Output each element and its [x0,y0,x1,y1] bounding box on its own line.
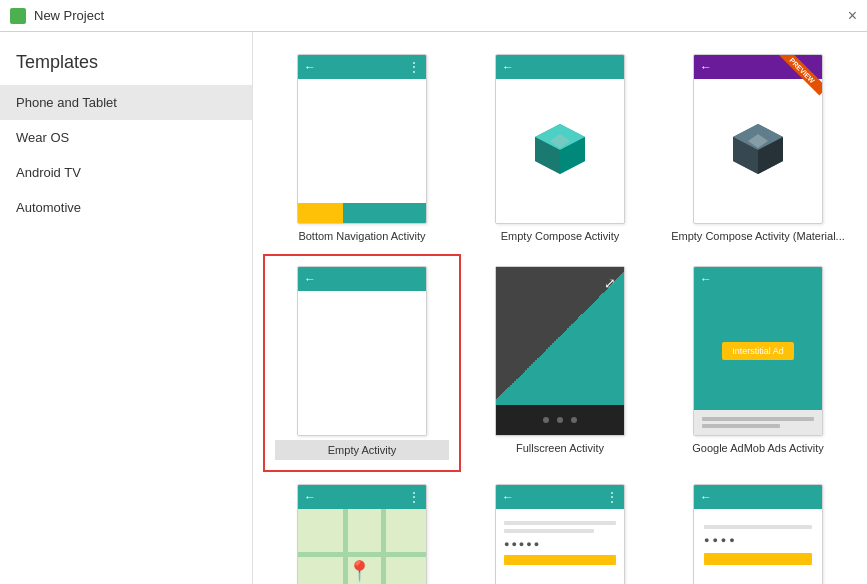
template-preview-fullscreen: ⤢ [495,266,625,436]
template-preview-admob: ← Interstitial Ad [693,266,823,436]
nav-dot-3 [571,417,577,423]
pay-body: ●●●●● [496,509,624,584]
template-name-empty-compose-material: Empty Compose Activity (Material... [671,230,845,242]
main-container: Templates Phone and Tablet Wear OS Andro… [0,32,867,584]
template-preview-empty-compose-material: ← PREVIEW [693,54,823,224]
template-card-maps[interactable]: ← ⋮ 📍 Google Maps Activ [263,472,461,584]
template-card-fullscreen[interactable]: ⤢ Fullscreen Activity [461,254,659,472]
fullscreen-body: ⤢ [496,267,624,405]
map-road-h1 [298,552,426,557]
back-arrow-login: ← [700,490,712,504]
login-password-dots: ●●●● [704,535,812,545]
template-preview-empty-activity: ← [297,266,427,436]
back-arrow-empty: ← [304,272,316,286]
back-arrow-compose: ← [502,60,514,74]
phone-top-bar-admob: ← [694,267,822,291]
window-title: New Project [34,8,104,23]
admob-bottom [694,410,822,435]
admob-line-1 [702,417,814,421]
empty-body [298,291,426,435]
pay-stars: ●●●●● [504,539,616,549]
back-arrow-pay: ← [502,490,514,504]
phone-top-bar-login: ← [694,485,822,509]
close-button[interactable]: × [848,7,857,25]
template-grid: ← ⋮ Bottom Navigation Activity ← [253,32,867,584]
interstitial-ad-banner: Interstitial Ad [722,342,794,360]
template-name-empty-activity: Empty Activity [275,440,449,460]
material-cube-icon [728,119,788,179]
login-body: ●●●● [694,509,822,584]
map-road-v2 [381,509,386,584]
more-icon-pay: ⋮ [606,490,618,504]
preview-ribbon: PREVIEW [772,55,822,105]
admob-line-2 [702,424,780,428]
pay-line-1 [504,521,616,525]
sidebar-header: Templates [0,32,252,85]
template-card-login[interactable]: ← ●●●● Login Activity [659,472,857,584]
app-icon [10,8,26,24]
sidebar-item-phone-tablet[interactable]: Phone and Tablet [0,85,252,120]
phone-top-bar: ← ⋮ [298,55,426,79]
sidebar-item-android-tv[interactable]: Android TV [0,155,252,190]
template-card-empty-compose[interactable]: ← Empty Compose Activity [461,42,659,254]
nav-dot-1 [543,417,549,423]
template-name-fullscreen: Fullscreen Activity [516,442,604,454]
compose-cube-icon [530,119,590,179]
fullscreen-nav-bar [496,405,624,435]
template-preview-empty-compose: ← [495,54,625,224]
phone-body [298,79,426,203]
expand-icon: ⤢ [604,275,616,291]
bottom-nav [298,203,426,223]
more-icon-maps: ⋮ [408,490,420,504]
back-arrow-admob: ← [700,272,712,286]
template-preview-pay: ← ⋮ ●●●●● Google Pay [495,484,625,584]
back-arrow-maps: ← [304,490,316,504]
sidebar-item-automotive[interactable]: Automotive [0,190,252,225]
phone-top-bar-pay: ← ⋮ [496,485,624,509]
template-preview-maps: ← ⋮ 📍 [297,484,427,584]
phone-top-bar-compose: ← [496,55,624,79]
pay-button [504,555,616,565]
back-arrow-material: ← [700,60,712,74]
template-card-empty-compose-material[interactable]: ← PREVIEW Empty Compose Activity (Materi [659,42,857,254]
phone-top-bar-empty: ← [298,267,426,291]
template-preview-login: ← ●●●● [693,484,823,584]
phone-top-bar-maps: ← ⋮ [298,485,426,509]
content-area: ← ⋮ Bottom Navigation Activity ← [253,32,867,584]
template-name-admob: Google AdMob Ads Activity [692,442,823,454]
back-arrow-icon: ← [304,60,316,74]
pay-line-2 [504,529,594,533]
template-card-empty-activity[interactable]: ← Empty Activity [263,254,461,472]
template-card-bottom-nav[interactable]: ← ⋮ Bottom Navigation Activity [263,42,461,254]
template-card-pay[interactable]: ← ⋮ ●●●●● Google Pay Google Pay Activity [461,472,659,584]
template-card-admob[interactable]: ← Interstitial Ad Google AdMob Ads Activ… [659,254,857,472]
map-body: 📍 [298,509,426,584]
admob-body: Interstitial Ad [694,291,822,410]
nav-dot-2 [557,417,563,423]
template-name-bottom-nav: Bottom Navigation Activity [298,230,425,242]
template-preview-bottom-nav: ← ⋮ [297,54,427,224]
template-name-empty-compose: Empty Compose Activity [501,230,620,242]
nav-teal [343,203,426,223]
title-bar-left: New Project [10,8,104,24]
sidebar: Templates Phone and Tablet Wear OS Andro… [0,32,253,584]
nav-yellow [298,203,343,223]
title-bar: New Project × [0,0,867,32]
login-field-1 [704,525,812,529]
more-icon: ⋮ [408,60,420,74]
map-marker-icon: 📍 [347,559,372,583]
login-button [704,553,812,565]
sidebar-item-wear-os[interactable]: Wear OS [0,120,252,155]
